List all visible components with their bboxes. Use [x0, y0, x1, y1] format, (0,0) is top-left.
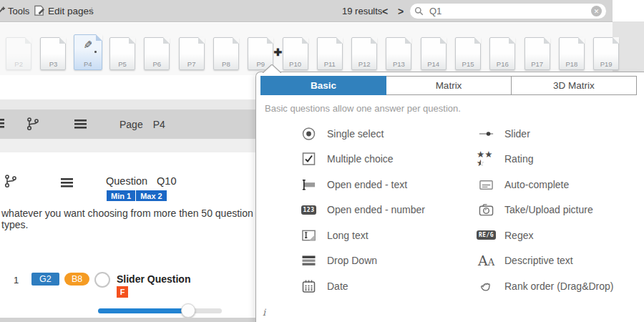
question-type-multiple-choice[interactable]: Multiple choice [299, 147, 425, 172]
text-cursor-icon [301, 177, 316, 192]
question-type-rank-order-drag-drop-[interactable]: Rank order (Drag&Drop) [477, 273, 614, 299]
search-results-count: 19 results [342, 0, 382, 22]
edit-pages-button[interactable]: Edit pages [33, 0, 94, 22]
question-menu-icon[interactable] [61, 178, 74, 187]
edit-page-icon [33, 5, 45, 17]
search-input[interactable] [428, 5, 591, 17]
tab-matrix[interactable]: Matrix [386, 76, 512, 95]
page-thumb-label: P8 [214, 60, 238, 68]
top-toolbar: Tools Edit pages i 19 results < > ✕ [0, 0, 613, 22]
page-thumb-P12[interactable]: P12 [347, 37, 381, 70]
page-thumb-P7[interactable]: P7 [174, 37, 208, 70]
info-icon[interactable]: i [89, 0, 92, 22]
page-thumb-P19[interactable]: P19 [589, 37, 623, 70]
page-thumb-P17[interactable]: P17 [519, 37, 554, 70]
page-icon: P5 [109, 37, 135, 70]
section-divider-strip [0, 99, 255, 109]
regex-icon: RE/G [477, 230, 496, 240]
question-type-label: Multiple choice [327, 153, 394, 165]
tab-basic[interactable]: Basic [260, 76, 386, 95]
branch-drag-icon[interactable] [26, 117, 40, 131]
page-icon: P7 [179, 37, 205, 70]
page-icon: P10 [283, 37, 308, 70]
page-thumb-label: P5 [110, 60, 135, 68]
question-type-long-text[interactable]: Long text [299, 223, 425, 248]
qtype-icon-cell: AA [477, 253, 496, 268]
page-thumb-P13[interactable]: P13 [381, 37, 416, 70]
cut-off-icon [0, 119, 6, 128]
question-type-single-select[interactable]: Single select [299, 121, 425, 147]
section-divider-strip-2 [0, 139, 255, 152]
question-type-label: Rating [504, 153, 533, 165]
page-thumb-label: P2 [6, 60, 31, 68]
slider-track[interactable] [98, 308, 222, 313]
page-thumb-P6[interactable]: P6 [140, 37, 174, 70]
bottom-section-bar [0, 318, 255, 322]
slider-handle[interactable] [181, 303, 195, 318]
question-type-slider[interactable]: Slider [477, 121, 614, 147]
page-thumb-P3[interactable]: P3 [36, 37, 70, 70]
drop-down-icon [301, 253, 316, 268]
page-thumbnails: P2P3✎P4P5P6P7P8P9✚P10P11P12P13P14P15P16P… [0, 23, 613, 75]
page-icon: P19 [593, 37, 619, 70]
page-icon: P16 [489, 37, 515, 70]
page-thumb-label: P3 [41, 60, 65, 68]
page-thumb-P4[interactable]: ✎P4 [71, 34, 105, 70]
question-id: Q10 [157, 175, 176, 187]
add-page-button[interactable]: ✚ [270, 47, 286, 58]
limit-badge: Min 1 [107, 190, 135, 201]
question-type-drop-down[interactable]: Drop Down [299, 248, 425, 274]
page-thumb-P8[interactable]: P8 [209, 37, 243, 70]
tab-3d-matrix[interactable]: 3D Matrix [512, 76, 637, 95]
question-branch-drag-icon[interactable] [4, 174, 18, 188]
question-type-take-upload-picture[interactable]: Take/Upload picture [477, 197, 614, 223]
page-thumb-P5[interactable]: P5 [105, 37, 140, 70]
page-thumb-label: P11 [318, 60, 342, 68]
page-thumb-P15[interactable]: P15 [451, 37, 485, 70]
page-icon: P11 [317, 37, 343, 70]
question-label: Question [106, 175, 147, 187]
calendar-icon [301, 279, 316, 293]
question-radio-button[interactable] [94, 272, 110, 288]
question-type-date[interactable]: Date [299, 273, 425, 299]
qtype-icon-cell [299, 228, 318, 243]
page-thumb-label: P17 [525, 60, 550, 68]
question-type-label: Single select [327, 128, 384, 140]
question-type-label: Regex [504, 230, 533, 241]
page-thumb-P18[interactable]: P18 [555, 37, 589, 70]
block-badge: B8 [64, 273, 89, 286]
question-type-open-ended-number[interactable]: 123Open ended - number [299, 197, 425, 223]
question-type-rating[interactable]: ★★☆★Rating [477, 147, 614, 172]
popup-pointer-notch [263, 64, 281, 73]
qtype-icon-cell: ★★☆★ [477, 150, 496, 168]
page-header-bar: PageP4 [0, 109, 255, 139]
group-badge: G2 [31, 273, 59, 286]
page-thumb-P14[interactable]: P14 [416, 37, 451, 70]
question-type-regex[interactable]: RE/GRegex [477, 223, 614, 248]
slider-icon [479, 127, 494, 141]
question-type-label: Take/Upload picture [504, 204, 593, 215]
tools-button[interactable]: Tools [0, 0, 29, 22]
page-thumb-P2[interactable]: P2 [1, 37, 36, 70]
popup-info-icon[interactable]: i [263, 307, 265, 318]
flag-badge: F [117, 286, 128, 298]
qtype-icon-cell [477, 203, 496, 217]
clear-search-icon[interactable]: ✕ [591, 6, 602, 16]
next-result-button[interactable]: > [395, 0, 406, 22]
question-type-descriptive-text[interactable]: AADescriptive text [477, 248, 614, 274]
question-index: 1 [14, 275, 19, 286]
qtype-icon-cell [299, 127, 318, 141]
page-icon: P14 [421, 37, 447, 70]
edit-pages-label: Edit pages [48, 6, 94, 16]
question-type-auto-complete[interactable]: Auto-complete [477, 172, 614, 197]
page-menu-icon[interactable] [74, 119, 87, 129]
page-thumb-label: P19 [594, 60, 618, 68]
qtype-icon-cell [477, 127, 496, 141]
page-label: Page [119, 119, 143, 130]
qtype-icon-cell [477, 279, 496, 293]
page-thumb-P16[interactable]: P16 [485, 37, 519, 70]
question-type-open-ended-text[interactable]: Open ended - text [299, 172, 425, 197]
page-thumb-P11[interactable]: P11 [313, 37, 347, 70]
prev-result-button[interactable]: < [379, 0, 391, 22]
page-icon: ✎P4 [74, 34, 102, 70]
